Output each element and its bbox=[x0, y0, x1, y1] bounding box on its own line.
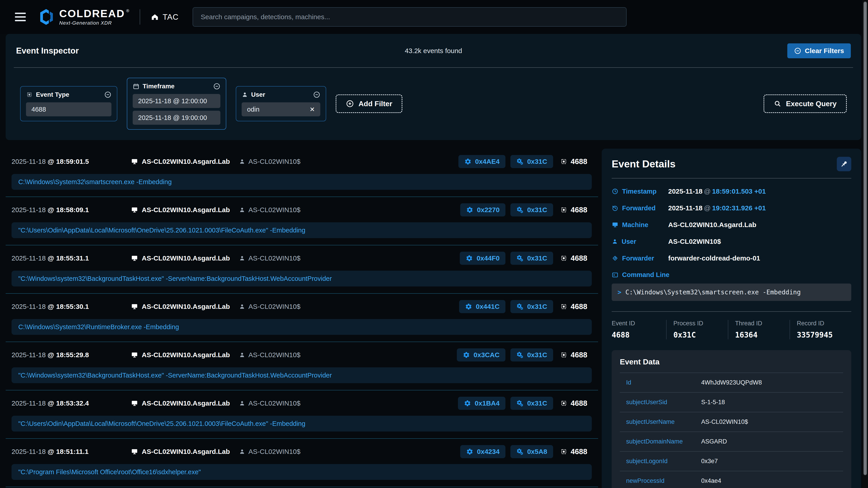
event-command-line[interactable]: "C:\Users\Odin\AppData\Local\Microsoft\O… bbox=[11, 222, 592, 238]
global-search-input[interactable] bbox=[193, 7, 627, 27]
thread-id-badge[interactable]: 0x5A8 bbox=[510, 445, 553, 458]
thread-id-badge[interactable]: 0x31C bbox=[510, 203, 553, 217]
diamond-forward-icon bbox=[612, 255, 618, 262]
event-type-value-input[interactable]: 4688 bbox=[26, 102, 112, 116]
event-row[interactable]: 2025-11-18 @ 18:55:31.1 AS-CL02WIN10.Asg… bbox=[6, 245, 598, 293]
stat-label: Thread ID bbox=[735, 320, 789, 327]
event-timestamp: 2025-11-18 @ 18:55:31.1 bbox=[11, 254, 131, 262]
stat-value: 0x31C bbox=[673, 330, 728, 339]
person-icon bbox=[239, 158, 245, 165]
event-row[interactable]: 2025-11-18 @ 18:55:30.1 AS-CL02WIN10.Asg… bbox=[6, 293, 598, 341]
process-id-badge[interactable]: 0x3CAC bbox=[457, 348, 505, 361]
thread-id-badge[interactable]: 0x31C bbox=[510, 397, 553, 410]
details-title: Event Details bbox=[612, 158, 676, 170]
thread-id-badge[interactable]: 0x31C bbox=[510, 252, 553, 265]
user-value-input[interactable]: odin ✕ bbox=[242, 102, 320, 116]
event-row[interactable]: 2025-11-18 @ 18:55:29.8 AS-CL02WIN10.Asg… bbox=[6, 341, 598, 390]
process-id-badge[interactable]: 0x1BA4 bbox=[458, 397, 505, 410]
add-filter-button[interactable]: Add Filter bbox=[336, 94, 402, 113]
clear-filters-button[interactable]: Clear Filters bbox=[787, 43, 851, 58]
monitor-icon bbox=[131, 400, 138, 407]
process-id-badge[interactable]: 0x4AE4 bbox=[458, 155, 505, 168]
event-id-badge: 4688 bbox=[560, 254, 587, 263]
event-row[interactable]: 2025-11-18 @ 18:58:09.1 AS-CL02WIN10.Asg… bbox=[6, 197, 598, 245]
stat-item: Event ID 4688 bbox=[612, 320, 666, 339]
person-icon bbox=[239, 400, 245, 406]
event-command-line[interactable]: C:\Windows\System32\RuntimeBroker.exe -E… bbox=[11, 319, 592, 335]
chip-icon bbox=[560, 351, 567, 359]
event-user: AS-CL02WIN10$ bbox=[239, 351, 457, 359]
filter-label: User bbox=[251, 91, 265, 98]
clock-icon bbox=[612, 188, 618, 195]
gears-icon bbox=[516, 158, 524, 165]
execute-query-button[interactable]: Execute Query bbox=[764, 94, 847, 113]
page-scrollbar-thumb[interactable] bbox=[863, 1, 867, 475]
remove-filter-icon[interactable] bbox=[104, 91, 112, 98]
event-type-value: 4688 bbox=[31, 106, 46, 113]
person-icon bbox=[239, 449, 245, 455]
gears-icon bbox=[516, 448, 524, 455]
minus-circle-icon bbox=[794, 47, 801, 55]
gears-icon bbox=[516, 351, 524, 359]
brand-logo[interactable]: COLDREAD ® Next-Generation XDR bbox=[38, 8, 129, 26]
process-id-badge[interactable]: 0x2270 bbox=[460, 203, 505, 217]
timeframe-from-input[interactable]: 2025-11-18 @ 12:00:00 bbox=[133, 94, 220, 108]
timeframe-to-input[interactable]: 2025-11-18 @ 19:00:00 bbox=[133, 111, 220, 125]
event-user: AS-CL02WIN10$ bbox=[239, 399, 458, 407]
monitor-icon bbox=[131, 351, 138, 359]
event-command-line[interactable]: "C:\Users\Odin\AppData\Local\Microsoft\O… bbox=[11, 416, 592, 431]
stat-value: 4688 bbox=[612, 330, 666, 339]
event-row[interactable]: 2025-11-18 @ 18:51:11.1 AS-CL02WIN10.Asg… bbox=[6, 438, 598, 487]
event-machine: AS-CL02WIN10.Asgard.Lab bbox=[131, 351, 239, 359]
event-details-panel: Event Details Timestamp 2025-11-18@18:59… bbox=[602, 149, 861, 488]
process-id-badge[interactable]: 0x44F0 bbox=[460, 252, 505, 265]
remove-filter-icon[interactable] bbox=[213, 83, 220, 90]
thread-id-badge[interactable]: 0x31C bbox=[510, 155, 553, 168]
monitor-icon bbox=[131, 206, 138, 214]
thread-id-badge[interactable]: 0x31C bbox=[510, 300, 553, 313]
nav-home-link[interactable]: TAC bbox=[151, 12, 179, 22]
event-user: AS-CL02WIN10$ bbox=[239, 206, 460, 214]
event-row[interactable]: 2025-11-18 @ 18:49:24.4 AS-CL02WIN10.Asg… bbox=[6, 487, 598, 488]
event-data-row: subjectUserName AS-CL02WIN10$ bbox=[620, 412, 843, 431]
thread-id-badge[interactable]: 0x31C bbox=[510, 348, 553, 361]
filter-chip-user[interactable]: User odin ✕ bbox=[236, 86, 326, 121]
event-machine: AS-CL02WIN10.Asgard.Lab bbox=[131, 303, 239, 311]
command-line-code-block[interactable]: >C:\Windows\System32\smartscreen.exe -Em… bbox=[612, 284, 851, 301]
pin-panel-button[interactable] bbox=[837, 157, 851, 171]
stat-value: 33579945 bbox=[797, 330, 851, 339]
brand-registered-mark: ® bbox=[126, 8, 129, 13]
filter-chip-timeframe[interactable]: Timeframe 2025-11-18 @ 12:00:00 2025-11-… bbox=[127, 78, 226, 130]
process-id-badge[interactable]: 0x441C bbox=[459, 300, 505, 313]
event-data-value: S-1-5-18 bbox=[701, 399, 843, 406]
menu-icon[interactable] bbox=[15, 13, 26, 21]
event-command-line[interactable]: "C:\Program Files\Microsoft Office\root\… bbox=[11, 464, 592, 480]
gears-icon bbox=[516, 206, 524, 214]
event-row[interactable]: 2025-11-18 @ 18:59:01.5 AS-CL02WIN10.Asg… bbox=[6, 149, 598, 197]
page-scrollbar-track[interactable] bbox=[862, 0, 868, 488]
filter-chip-event-type[interactable]: Event Type 4688 bbox=[20, 86, 117, 121]
add-filter-label: Add Filter bbox=[359, 100, 392, 108]
event-command-line[interactable]: C:\Windows\System32\smartscreen.exe -Emb… bbox=[11, 174, 592, 190]
chip-icon bbox=[560, 448, 567, 455]
event-data-value: 0x3e7 bbox=[701, 458, 843, 465]
forwarder-field-label: Forwarder bbox=[612, 255, 668, 262]
event-user: AS-CL02WIN10$ bbox=[239, 254, 460, 262]
gear-icon bbox=[463, 351, 470, 359]
event-command-line[interactable]: "C:\Windows\system32\BackgroundTaskHost.… bbox=[11, 367, 592, 383]
execute-query-label: Execute Query bbox=[786, 100, 837, 108]
event-row[interactable]: 2025-11-18 @ 18:53:32.4 AS-CL02WIN10.Asg… bbox=[6, 390, 598, 438]
remove-filter-icon[interactable] bbox=[313, 91, 320, 98]
event-command-line[interactable]: "C:\Windows\system32\BackgroundTaskHost.… bbox=[11, 271, 592, 287]
gear-icon bbox=[466, 255, 473, 262]
gear-icon bbox=[466, 448, 473, 455]
event-data-key: subjectUserSid bbox=[626, 399, 701, 406]
person-icon bbox=[242, 92, 248, 98]
process-id-badge[interactable]: 0x4234 bbox=[460, 445, 505, 458]
clear-user-icon[interactable]: ✕ bbox=[310, 106, 315, 113]
event-machine: AS-CL02WIN10.Asgard.Lab bbox=[131, 158, 239, 165]
search-icon bbox=[774, 100, 781, 107]
chip-icon bbox=[560, 399, 567, 407]
event-timestamp: 2025-11-18 @ 18:53:32.4 bbox=[11, 399, 131, 407]
calendar-icon bbox=[133, 83, 140, 90]
